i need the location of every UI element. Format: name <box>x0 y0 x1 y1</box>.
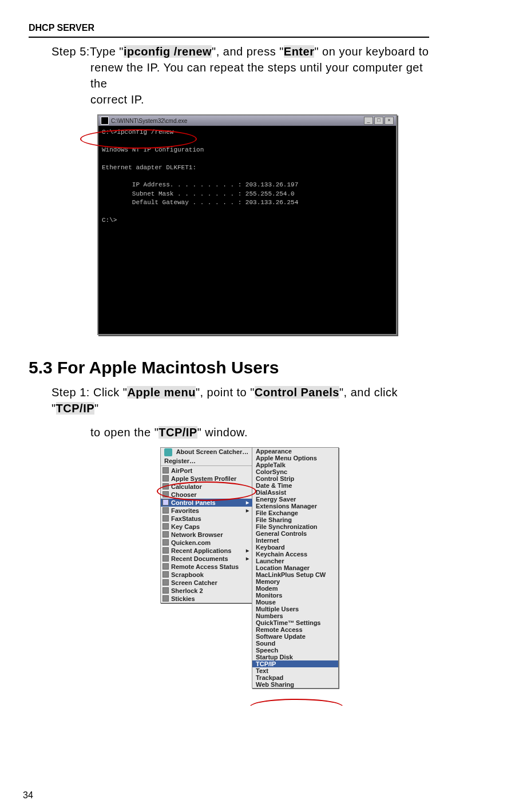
sub-29[interactable]: Speech <box>252 647 338 654</box>
section-5-3-title: 5.3 For Apple Macintosh Users <box>29 358 429 377</box>
item-scrapbook[interactable]: Scrapbook <box>161 571 252 579</box>
rdocs-icon <box>163 555 169 562</box>
red-ellipse-ipconfig <box>80 129 197 149</box>
sub-13[interactable]: Internet <box>252 537 338 544</box>
sub-18[interactable]: MacLinkPlus Setup CW <box>252 571 338 578</box>
maximize-icon[interactable]: □ <box>374 117 383 125</box>
item-airport[interactable]: AirPort <box>161 467 252 475</box>
step1-tcp2: TCP/IP <box>159 426 197 439</box>
cmd-icon <box>101 117 109 125</box>
sub-24[interactable]: Numbers <box>252 612 338 619</box>
term-line-8: Default Gateway . . . . . . : 203.133.26… <box>102 199 298 206</box>
sub-4[interactable]: Control Strip <box>252 475 338 482</box>
lbl-fav: Favorites <box>171 507 199 514</box>
apple-menu-header: About Screen Catcher… <box>161 448 252 457</box>
lbl-quicken: Quicken.com <box>171 539 211 546</box>
stickies-icon <box>163 595 169 602</box>
step1-prefix: Step 1: Click " <box>52 386 127 399</box>
sub-25[interactable]: QuickTime™ Settings <box>252 619 338 626</box>
lbl-keycaps: Key Caps <box>171 523 200 530</box>
sub-0[interactable]: Appearance <box>252 448 338 455</box>
sub-8[interactable]: Extensions Manager <box>252 503 338 510</box>
ras-icon <box>163 563 169 570</box>
lbl-rdocs: Recent Documents <box>171 555 228 562</box>
step1-cp: Control Panels <box>255 386 339 399</box>
step1-apple: Apple menu <box>127 386 195 399</box>
item-stickies[interactable]: Stickies <box>161 595 252 603</box>
step5-t1: Type " <box>90 45 124 58</box>
item-keycaps[interactable]: Key Caps <box>161 523 252 531</box>
sub-23[interactable]: Multiple Users <box>252 606 338 612</box>
about-item[interactable]: About Screen Catcher… <box>176 448 249 455</box>
step1-block: Step 1: Click "Apple menu", point to "Co… <box>52 384 429 440</box>
sub-3[interactable]: ColorSync <box>252 468 338 475</box>
sub-6[interactable]: DialAssist <box>252 489 338 496</box>
sub-30[interactable]: Startup Disk <box>252 654 338 660</box>
lbl-sc: Screen Catcher <box>171 579 217 586</box>
sc-icon <box>163 579 169 586</box>
item-fax[interactable]: FaxStatus <box>161 515 252 523</box>
step5-t3: " on your keyboard to <box>314 45 429 58</box>
lbl-scrap: Scrapbook <box>171 571 204 578</box>
step1-line2a: to open the " <box>90 426 159 439</box>
item-sherlock[interactable]: Sherlock 2 <box>161 587 252 595</box>
sub-1[interactable]: Apple Menu Options <box>252 455 338 461</box>
sub-22[interactable]: Mouse <box>252 599 338 606</box>
step5-cmd: ipconfig /renew <box>124 45 212 58</box>
sub-17[interactable]: Location Manager <box>252 564 338 571</box>
item-favorites[interactable]: Favorites <box>161 507 252 515</box>
sub-19[interactable]: Memory <box>252 578 338 585</box>
terminal-title-text: C:\WINNT\System32\cmd.exe <box>111 118 187 124</box>
term-line-4: Ethernet adapter DLKFET1: <box>102 164 196 171</box>
item-netbrowser[interactable]: Network Browser <box>161 531 252 539</box>
sub-33[interactable]: Trackpad <box>252 674 338 681</box>
fav-icon <box>163 507 169 514</box>
sub-tcpip[interactable]: TCP/IP <box>252 660 338 667</box>
step1-t3: " <box>94 402 99 415</box>
sherlock-icon <box>163 587 169 594</box>
term-line-7: Subnet Mask . . . . . . . . : 255.255.25… <box>102 190 295 197</box>
scrap-icon <box>163 571 169 578</box>
item-ras[interactable]: Remote Access Status <box>161 563 252 571</box>
quicken-icon <box>163 539 169 546</box>
sub-5[interactable]: Date & Time <box>252 482 338 489</box>
step5-block: Step 5:Type "ipconfig /renew", and press… <box>52 43 429 108</box>
rapps-icon <box>163 547 169 554</box>
sub-14[interactable]: Keyboard <box>252 544 338 551</box>
terminal-titlebar: C:\WINNT\System32\cmd.exe _□× <box>98 116 396 126</box>
item-screencatcher[interactable]: Screen Catcher <box>161 579 252 587</box>
minimize-icon[interactable]: _ <box>364 117 373 125</box>
sub-12[interactable]: General Controls <box>252 530 338 537</box>
sub-20[interactable]: Modem <box>252 585 338 592</box>
item-quicken[interactable]: Quicken.com <box>161 539 252 547</box>
term-line-10: C:\> <box>102 217 117 224</box>
mac-screenshot: About Screen Catcher… Register… AirPort … <box>160 447 429 688</box>
sub-9[interactable]: File Exchange <box>252 510 338 516</box>
item-recentapps[interactable]: Recent Applications <box>161 547 252 555</box>
sub-7[interactable]: Energy Saver <box>252 496 338 503</box>
item-recentdocs[interactable]: Recent Documents <box>161 555 252 563</box>
apple-menu[interactable]: About Screen Catcher… Register… AirPort … <box>160 447 253 603</box>
sub-27[interactable]: Software Update <box>252 633 338 640</box>
step5-key: Enter <box>284 45 315 58</box>
sub-21[interactable]: Monitors <box>252 592 338 599</box>
sub-11[interactable]: File Synchronization <box>252 523 338 530</box>
net-icon <box>163 531 169 538</box>
register-item[interactable]: Register… <box>161 457 252 465</box>
sub-26[interactable]: Remote Access <box>252 626 338 633</box>
sub-28[interactable]: Sound <box>252 640 338 647</box>
sub-34[interactable]: Web Sharing <box>252 681 338 688</box>
sub-16[interactable]: Launcher <box>252 558 338 564</box>
lbl-ras: Remote Access Status <box>171 563 239 570</box>
sub-15[interactable]: Keychain Access <box>252 551 338 558</box>
sub-32[interactable]: Text <box>252 667 338 674</box>
terminal-window-buttons: _□× <box>363 117 394 125</box>
sub-10[interactable]: File Sharing <box>252 516 338 523</box>
red-ellipse-control-panels <box>157 481 256 501</box>
step5-t2: ", and press " <box>212 45 284 58</box>
control-panels-submenu[interactable]: Appearance Apple Menu Options AppleTalk … <box>252 447 339 688</box>
sub-2[interactable]: AppleTalk <box>252 461 338 468</box>
red-ellipse-tcpip <box>249 699 343 706</box>
step1-tcp: TCP/IP <box>56 402 94 415</box>
close-icon[interactable]: × <box>385 117 394 125</box>
